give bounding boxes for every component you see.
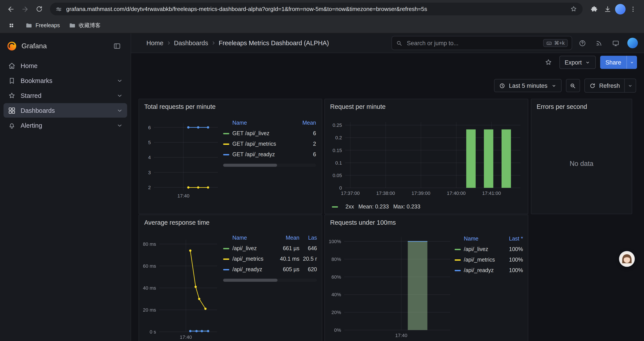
legend-row[interactable]: /api/_readyz605 µs620 [223, 264, 317, 275]
home-icon [8, 62, 16, 70]
panel-title[interactable]: Errors per second [531, 99, 632, 110]
reload-button[interactable] [32, 3, 46, 16]
help-button[interactable] [576, 37, 589, 50]
sidebar-item-home[interactable]: Home [4, 58, 127, 73]
back-button[interactable] [4, 3, 18, 16]
total-requests-chart[interactable]: 6543217:40 [142, 114, 220, 207]
panel-title[interactable]: Total requests per minute [139, 99, 322, 110]
panel-title[interactable]: Requests under 100ms [325, 215, 528, 226]
svg-text:2: 2 [148, 185, 151, 190]
refresh-icon [589, 82, 596, 89]
no-data-label: No data [531, 160, 632, 168]
sidebar-item-alerting[interactable]: Alerting [4, 118, 127, 133]
panel-title[interactable]: Average response time [139, 215, 322, 226]
refresh-split-button: Refresh [584, 79, 636, 93]
legend-row[interactable]: GET /api/_metrics2 [223, 139, 316, 149]
dock-panel-icon [113, 42, 121, 50]
legend-table: NameLast */api/_livez100%/api/_metrics10… [454, 233, 523, 276]
series-swatch [223, 269, 229, 270]
legend-row[interactable]: GET /api/_readyz6 [223, 149, 316, 160]
downloads-button[interactable] [601, 3, 614, 16]
series-value: 605 µs [274, 266, 300, 272]
requests-under-100ms-chart[interactable]: 100%80%60%40%20%0%17:40 [328, 228, 454, 341]
legend-row[interactable]: /api/_readyz100% [454, 265, 523, 276]
sidebar-collapse-button[interactable] [110, 42, 124, 51]
chevron-down-icon[interactable] [116, 78, 123, 84]
chevron-down-icon[interactable] [116, 122, 123, 128]
browser-profile-avatar[interactable] [615, 4, 626, 14]
panel-title[interactable]: Request per minute [325, 99, 528, 110]
news-rss-button[interactable] [592, 37, 606, 50]
bookmark-label: 收藏博客 [79, 22, 100, 29]
average-response-time-chart[interactable]: 80 ms60 ms40 ms20 ms0 s17:40 [142, 230, 220, 341]
legend-col-header[interactable]: Name [223, 235, 274, 241]
user-avatar[interactable] [627, 38, 638, 48]
favorite-star-button[interactable] [542, 56, 555, 69]
apps-grid-button[interactable] [6, 20, 17, 31]
legend-scrollbar-thumb[interactable] [223, 164, 277, 167]
share-button[interactable]: Share [600, 56, 626, 69]
breadcrumb-dashboards[interactable]: Dashboards [174, 40, 208, 47]
sidebar-item-label: Bookmarks [20, 77, 52, 84]
panel-total-requests: Total requests per minute 6543217:40 Nam… [138, 99, 322, 214]
chevron-down-icon[interactable] [116, 92, 123, 99]
svg-text:17:37:00: 17:37:00 [341, 190, 360, 196]
legend-scrollbar-thumb[interactable] [223, 279, 278, 282]
breadcrumb-home[interactable]: Home [146, 40, 163, 47]
legend-col-header[interactable]: Name [454, 236, 499, 242]
legend-inline[interactable]: 2xx Mean: 0.233 Max: 0.233 [332, 204, 420, 210]
search-input[interactable] [406, 39, 540, 47]
sidebar-item-starred[interactable]: Starred [4, 88, 127, 103]
legend-row[interactable]: /api/_livez100% [454, 244, 523, 254]
series-swatch [223, 133, 229, 134]
bookmark-item-blogs[interactable]: 收藏博客 [68, 22, 100, 29]
series-name: /api/_readyz [232, 266, 274, 272]
url-text[interactable]: grafana.mathmast.com/d/deytv4rwavabkb/fr… [66, 6, 566, 12]
refresh-interval-caret[interactable] [624, 79, 636, 92]
zoom-out-button[interactable] [566, 79, 580, 92]
dashboard-canvas: Last 5 minutes Refresh [131, 72, 644, 341]
url-bar[interactable]: grafana.mathmast.com/d/deytv4rwavabkb/fr… [50, 3, 582, 15]
series-name: GET /api/_readyz [232, 151, 294, 158]
extensions-button[interactable] [587, 3, 600, 16]
share-caret-button[interactable] [626, 56, 637, 69]
rss-icon [595, 39, 602, 47]
grafana-logo-icon[interactable] [7, 41, 17, 51]
kiosk-monitor-button[interactable] [609, 37, 622, 50]
export-button[interactable]: Export [560, 56, 596, 69]
legend-col-header[interactable]: Name [223, 120, 294, 126]
search-box[interactable]: ⌘+k [392, 36, 572, 50]
legend-row[interactable]: /api/_metrics40.1 ms20.5 r [223, 254, 317, 264]
series-value: 100% [499, 257, 523, 263]
time-range-picker[interactable]: Last 5 minutes [494, 79, 562, 92]
sidebar-item-dashboards[interactable]: Dashboards [4, 103, 127, 118]
grafana-app: Grafana Home Bookmarks [0, 33, 644, 341]
legend-row[interactable]: /api/_livez661 µs646 [223, 243, 317, 254]
request-per-minute-chart[interactable]: 0.250.20.150.10.05017:37:0017:38:0017:39… [328, 112, 524, 202]
legend-scrollbar[interactable] [223, 164, 316, 167]
bookmark-star-icon[interactable] [570, 5, 577, 13]
forward-button[interactable] [18, 3, 32, 16]
floating-assistant-avatar[interactable] [619, 251, 635, 267]
panel-request-per-minute: Request per minute 0.250.20.150.10.05017… [324, 99, 528, 214]
clock-icon [499, 82, 506, 89]
legend-row[interactable]: GET /api/_livez6 [223, 128, 316, 139]
legend-col-header[interactable]: Mean [274, 235, 300, 241]
browser-menu-button[interactable] [626, 3, 640, 16]
refresh-button[interactable]: Refresh [584, 79, 624, 92]
bookmark-item-freeleaps[interactable]: Freeleaps [26, 22, 60, 29]
brand-row: Grafana [0, 37, 131, 58]
legend-col-header[interactable]: Last * [499, 236, 523, 242]
main-area: Home Dashboards Freeleaps Metrics Dashbo… [131, 33, 644, 341]
legend-col-header[interactable]: Mean [294, 120, 316, 126]
svg-text:17:40: 17:40 [180, 334, 192, 340]
legend-row[interactable]: /api/_metrics100% [454, 254, 523, 265]
site-info-icon[interactable] [55, 6, 62, 13]
legend-scrollbar[interactable] [223, 279, 317, 282]
chevron-down-icon[interactable] [116, 107, 123, 113]
legend-header: NameLast * [454, 233, 523, 244]
series-name[interactable]: 2xx [346, 204, 354, 210]
series-value: 661 µs [274, 245, 300, 251]
legend-col-header[interactable]: Las [300, 235, 317, 241]
sidebar-item-bookmarks[interactable]: Bookmarks [4, 73, 127, 88]
